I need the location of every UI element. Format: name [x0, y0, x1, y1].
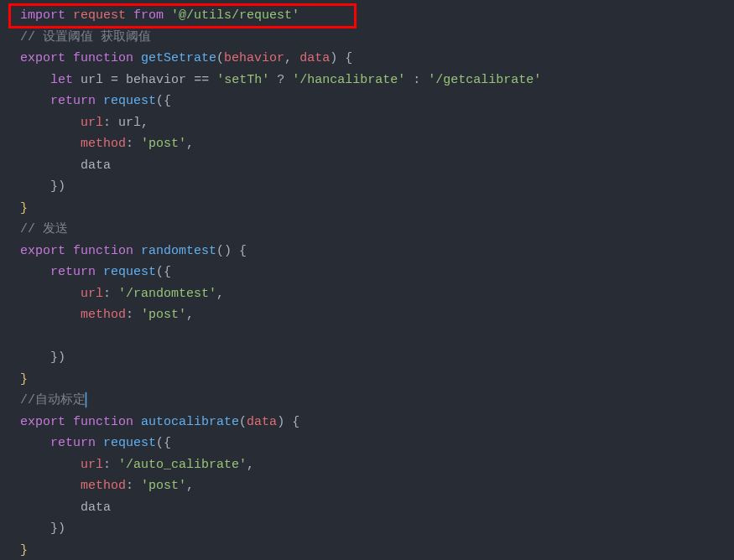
prop-data: data [81, 500, 111, 515]
keyword-export: export [20, 51, 65, 65]
brace: } [20, 201, 28, 215]
comma: , [141, 116, 148, 130]
keyword-function: function [73, 415, 133, 429]
code-line: return request({ [20, 262, 734, 283]
prop-url: url [81, 458, 103, 472]
parens: () [216, 244, 232, 258]
colon: : [103, 116, 118, 130]
comma: , [186, 479, 194, 493]
code-line: export function autocalibrate(data) { [20, 412, 734, 433]
ident-url: url [118, 116, 141, 130]
comma: , [186, 137, 194, 151]
colon: : [126, 137, 141, 151]
prop-url: url [81, 116, 103, 130]
keyword-function: function [73, 51, 133, 65]
prop-url: url [81, 287, 103, 301]
ident-request: request [73, 8, 126, 23]
string-post: 'post' [141, 479, 186, 493]
prop-method: method [81, 479, 126, 493]
code-line: //自动标定 [20, 390, 734, 412]
open: ({ [156, 436, 171, 450]
keyword-let: let [50, 73, 73, 87]
call-request: request [103, 436, 156, 450]
code-line: import request from '@/utils/request' [20, 5, 734, 27]
close: }) [50, 350, 65, 365]
code-line: } [20, 540, 734, 561]
comma: , [247, 458, 254, 472]
code-line: return request({ [20, 91, 734, 112]
code-line: } [20, 198, 734, 220]
code-line: }) [20, 347, 734, 369]
eq: = [111, 73, 118, 87]
function-name: getSetrate [141, 51, 216, 65]
code-line: }) [20, 518, 734, 540]
colon: : [126, 308, 141, 322]
keyword-import: import [20, 8, 65, 23]
close: }) [50, 179, 65, 194]
comment: // 设置阈值 获取阈值 [20, 30, 151, 44]
comma: , [284, 51, 292, 65]
keyword-function: function [73, 244, 133, 258]
call-request: request [103, 265, 156, 279]
param: data [299, 51, 330, 65]
param: data [247, 415, 277, 429]
paren: ( [216, 51, 224, 65]
open: ({ [156, 94, 171, 108]
string-autocal: '/auto_calibrate' [118, 458, 247, 472]
call-request: request [103, 94, 156, 108]
code-line: export function getSetrate(behavior, dat… [20, 48, 734, 70]
brace: } [20, 372, 28, 386]
brace: { [239, 244, 247, 258]
code-line: }) [20, 176, 734, 198]
code-line [20, 326, 734, 348]
colon: : [103, 287, 118, 301]
ident-behavior: behavior [126, 73, 186, 87]
code-line: method: 'post', [20, 304, 734, 326]
colon: : [103, 458, 118, 472]
keyword-export: export [20, 244, 65, 258]
colon: : [126, 479, 141, 493]
code-line: export function randomtest() { [20, 241, 734, 262]
code-line: url: url, [20, 112, 734, 134]
brace: } [20, 543, 28, 557]
keyword-export: export [20, 415, 65, 429]
string-post: 'post' [141, 308, 186, 322]
function-name: randomtest [141, 244, 216, 258]
string-hancal: '/hancalibrate' [292, 73, 405, 87]
code-line: url: '/auto_calibrate', [20, 454, 734, 476]
code-editor[interactable]: import request from '@/utils/request' //… [0, 0, 734, 560]
code-line: return request({ [20, 433, 734, 454]
keyword-return: return [50, 265, 96, 279]
prop-method: method [81, 308, 126, 322]
comma: , [186, 308, 194, 322]
prop-data: data [81, 158, 111, 173]
keyword-return: return [50, 94, 96, 108]
comment: // 发送 [20, 222, 68, 236]
param: behavior [224, 51, 284, 65]
code-line: data [20, 497, 734, 519]
string-randomtest: '/randomtest' [118, 287, 216, 301]
keyword-from: from [133, 8, 164, 23]
code-line: method: 'post', [20, 133, 734, 155]
ident-url: url [81, 73, 103, 87]
keyword-return: return [50, 436, 96, 450]
colon: : [413, 73, 420, 87]
string-setth: 'setTh' [216, 73, 269, 87]
open: ({ [156, 265, 171, 279]
code-line: data [20, 155, 734, 177]
string-path: '@/utils/request' [171, 8, 299, 23]
code-line: // 设置阈值 获取阈值 [20, 27, 734, 49]
code-line: let url = behavior == 'setTh' ? '/hancal… [20, 70, 734, 91]
q: ? [277, 73, 284, 87]
cmp: == [194, 73, 209, 87]
string-getcal: '/getcalibrate' [428, 73, 541, 87]
code-line: // 发送 [20, 219, 734, 241]
paren: ( [239, 415, 247, 429]
comment: //自动标定 [20, 393, 86, 407]
prop-method: method [81, 137, 126, 151]
code-line: url: '/randomtest', [20, 283, 734, 305]
function-name: autocalibrate [141, 415, 239, 429]
cursor-icon [86, 392, 86, 407]
comma: , [216, 287, 224, 301]
code-line: method: 'post', [20, 475, 734, 497]
